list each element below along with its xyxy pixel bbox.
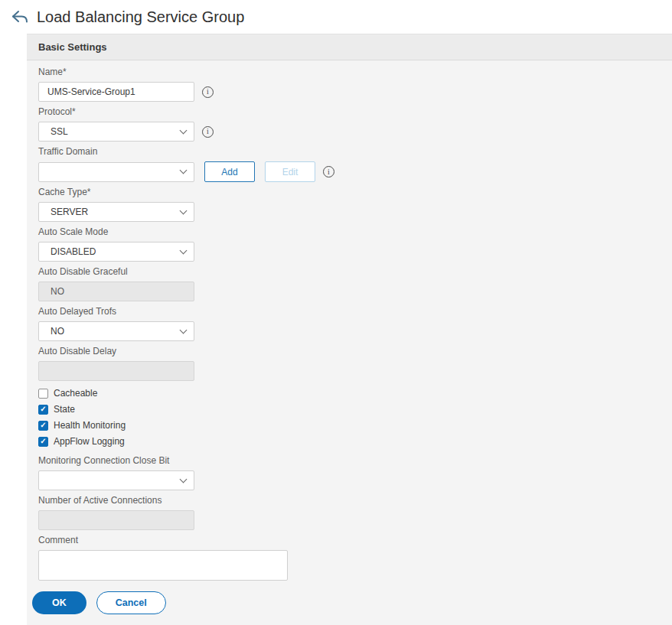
- basic-settings-panel: Basic Settings Name* i Protocol* SSL i T…: [27, 34, 672, 625]
- auto-delayed-trofs-row: NO: [38, 321, 661, 341]
- field-monitoring-close-bit: Monitoring Connection Close Bit: [38, 455, 661, 490]
- monitoring-connection-close-bit-select[interactable]: [38, 470, 194, 490]
- check-icon: ✓: [40, 405, 46, 413]
- protocol-value: SSL: [51, 126, 68, 137]
- auto-disable-graceful-label: Auto Disable Graceful: [38, 266, 661, 277]
- auto-scale-mode-select[interactable]: DISABLED: [38, 242, 194, 262]
- comment-label: Comment: [38, 535, 661, 545]
- check-icon: ✓: [40, 438, 46, 445]
- info-icon[interactable]: i: [323, 166, 334, 177]
- chevron-down-icon: [180, 475, 188, 483]
- cache-type-label: Cache Type*: [38, 187, 661, 197]
- field-protocol: Protocol* SSL i: [38, 106, 661, 142]
- checkbox-row-appflow-logging[interactable]: ✓ AppFlow Logging: [38, 434, 661, 449]
- protocol-select[interactable]: SSL: [38, 122, 194, 142]
- field-comment: Comment: [38, 535, 661, 581]
- state-label: State: [54, 404, 75, 415]
- health-monitoring-label: Health Monitoring: [54, 420, 126, 431]
- checkbox-row-state[interactable]: ✓ State: [38, 402, 661, 417]
- auto-delayed-trofs-select[interactable]: NO: [38, 321, 194, 341]
- field-name: Name* i: [38, 67, 661, 102]
- appflow-logging-checkbox[interactable]: ✓: [38, 437, 48, 447]
- name-label: Name*: [38, 67, 661, 77]
- active-connections-label: Number of Active Connections: [38, 495, 661, 506]
- checkbox-row-cacheable[interactable]: ✓ Cacheable: [38, 386, 661, 401]
- edit-button: Edit: [265, 161, 315, 182]
- auto-disable-delay-label: Auto Disable Delay: [38, 346, 661, 356]
- auto-disable-graceful-input: [38, 282, 194, 301]
- protocol-row: SSL i: [38, 122, 661, 142]
- auto-scale-mode-value: DISABLED: [51, 246, 96, 257]
- page-header: Load Balancing Service Group: [0, 0, 672, 34]
- panel-header: Basic Settings: [27, 34, 672, 60]
- cache-type-row: SERVER: [38, 202, 661, 222]
- chevron-down-icon: [180, 207, 188, 214]
- back-button[interactable]: [11, 8, 29, 26]
- chevron-down-icon: [180, 246, 188, 254]
- field-auto-delayed-trofs: Auto Delayed Trofs NO: [38, 306, 661, 341]
- cacheable-label: Cacheable: [54, 388, 97, 399]
- check-icon: ✓: [40, 422, 46, 429]
- field-auto-disable-delay: Auto Disable Delay: [38, 346, 661, 381]
- panel-title: Basic Settings: [38, 41, 107, 53]
- field-auto-disable-graceful: Auto Disable Graceful: [38, 266, 661, 301]
- active-connections-row: [38, 510, 661, 530]
- auto-disable-graceful-row: [38, 282, 661, 301]
- protocol-label: Protocol*: [38, 106, 661, 117]
- info-icon[interactable]: i: [202, 86, 214, 98]
- traffic-domain-select[interactable]: [38, 162, 194, 182]
- field-traffic-domain: Traffic Domain Add Edit i: [38, 146, 661, 182]
- chevron-down-icon: [180, 167, 188, 174]
- monitoring-close-bit-label: Monitoring Connection Close Bit: [38, 455, 661, 466]
- chevron-down-icon: [180, 326, 188, 334]
- footer-actions: OK Cancel: [32, 591, 661, 614]
- cacheable-checkbox[interactable]: ✓: [38, 389, 48, 399]
- ok-button[interactable]: OK: [32, 591, 86, 614]
- auto-delayed-trofs-label: Auto Delayed Trofs: [38, 306, 661, 317]
- comment-textarea[interactable]: [38, 550, 288, 581]
- auto-disable-delay-input: [38, 361, 194, 381]
- cache-type-select[interactable]: SERVER: [38, 202, 194, 222]
- comment-row: [38, 550, 661, 581]
- appflow-logging-label: AppFlow Logging: [54, 436, 125, 447]
- state-checkbox[interactable]: ✓: [38, 405, 48, 415]
- auto-scale-mode-row: DISABLED: [38, 242, 661, 262]
- field-auto-scale-mode: Auto Scale Mode DISABLED: [38, 226, 661, 262]
- auto-disable-delay-row: [38, 361, 661, 381]
- info-icon[interactable]: i: [202, 126, 214, 138]
- page-title: Load Balancing Service Group: [37, 8, 244, 26]
- add-button[interactable]: Add: [204, 161, 255, 182]
- auto-scale-mode-label: Auto Scale Mode: [38, 226, 661, 237]
- field-active-connections: Number of Active Connections: [38, 495, 661, 530]
- checkbox-row-health-monitoring[interactable]: ✓ Health Monitoring: [38, 418, 661, 433]
- health-monitoring-checkbox[interactable]: ✓: [38, 421, 48, 431]
- cache-type-value: SERVER: [51, 207, 88, 217]
- traffic-domain-row: Add Edit i: [38, 161, 661, 182]
- monitoring-close-bit-row: [38, 470, 661, 490]
- back-arrow-icon: [11, 9, 28, 24]
- cancel-button[interactable]: Cancel: [96, 591, 166, 614]
- checkbox-group: ✓ Cacheable ✓ State ✓ Health Monitoring …: [38, 386, 661, 449]
- auto-delayed-trofs-value: NO: [51, 326, 64, 337]
- panel-body: Name* i Protocol* SSL i Traffic Domain: [27, 60, 672, 614]
- name-input[interactable]: [38, 82, 194, 102]
- active-connections-input: [38, 510, 194, 530]
- field-cache-type: Cache Type* SERVER: [38, 187, 661, 222]
- traffic-domain-label: Traffic Domain: [38, 146, 661, 157]
- name-row: i: [38, 82, 661, 102]
- chevron-down-icon: [180, 126, 188, 134]
